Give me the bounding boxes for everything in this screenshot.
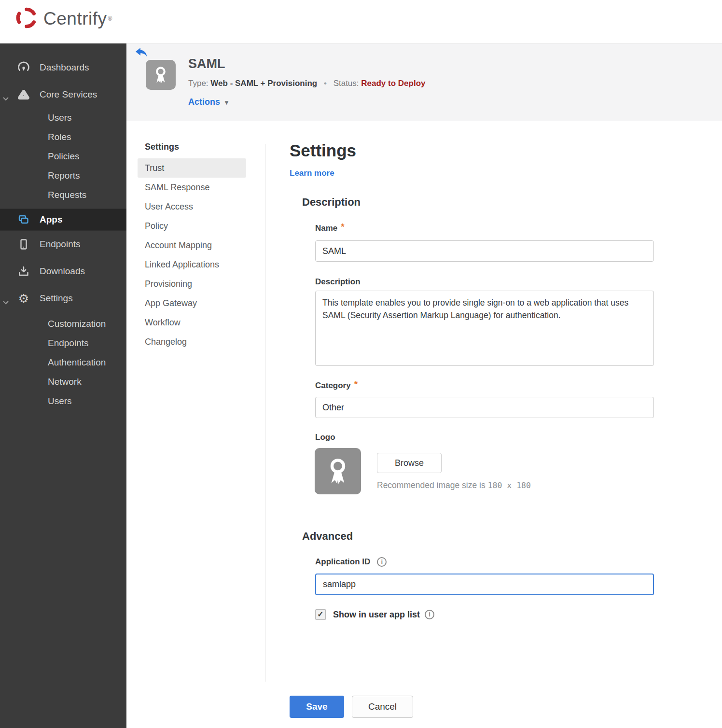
gear-icon: ⚙: [17, 292, 30, 305]
device-icon: [17, 238, 30, 251]
category-label: Category *: [315, 380, 358, 391]
type-label: Type:: [188, 79, 208, 88]
sidebar-item-users[interactable]: Users: [0, 108, 126, 127]
subnav-item-user-access[interactable]: User Access: [138, 197, 246, 216]
sidebar-item-network[interactable]: Network: [0, 372, 126, 392]
subnav-item-policy[interactable]: Policy: [138, 216, 246, 236]
chevron-down-icon: [3, 93, 9, 103]
sidebar-item-authentication[interactable]: Authentication: [0, 353, 126, 372]
brand-name: Centrify: [43, 9, 107, 29]
status-label: Status:: [333, 79, 359, 88]
category-input[interactable]: [315, 397, 654, 418]
app-meta: Type: Web - SAML + Provisioning • Status…: [188, 79, 425, 88]
page: Centrify ® Dashboards: [0, 0, 722, 728]
status-value: Ready to Deploy: [361, 79, 425, 88]
dot-separator: •: [324, 79, 327, 88]
back-arrow-icon[interactable]: [135, 47, 148, 58]
cancel-button[interactable]: Cancel: [352, 696, 413, 718]
caret-down-icon: ▼: [223, 99, 230, 106]
logo-preview: [315, 448, 361, 494]
description-section-heading: Description: [302, 196, 361, 209]
advanced-section-heading: Advanced: [302, 530, 353, 543]
subnav-item-provisioning[interactable]: Provisioning: [138, 274, 246, 294]
sidebar-item-requests[interactable]: Requests: [0, 185, 126, 205]
sidebar-item-dashboards[interactable]: Dashboards: [0, 54, 126, 81]
subnav-item-trust[interactable]: Trust: [138, 158, 246, 178]
subnav-item-changelog[interactable]: Changelog: [138, 332, 246, 351]
brand-trademark: ®: [108, 15, 112, 22]
name-input[interactable]: [315, 240, 654, 262]
recommended-size-text: Recommended image size is 180 x 180: [377, 480, 531, 490]
subnav-item-app-gateway[interactable]: App Gateway: [138, 294, 246, 313]
sidebar-item-policies[interactable]: Policies: [0, 147, 126, 166]
required-asterisk: *: [354, 379, 358, 390]
logo-label: Logo: [315, 433, 335, 442]
subnav-item-account-mapping[interactable]: Account Mapping: [138, 236, 246, 255]
network-icon: [17, 88, 30, 101]
sidebar-item-endpoints[interactable]: Endpoints: [0, 231, 126, 258]
info-icon[interactable]: i: [425, 610, 434, 619]
learn-more-link[interactable]: Learn more: [290, 168, 334, 178]
show-in-user-app-list-checkbox[interactable]: ✓: [315, 609, 326, 620]
required-asterisk: *: [341, 222, 344, 232]
sidebar-item-core-services[interactable]: Core Services: [0, 81, 126, 108]
sidebar: Dashboards Core Services Users Roles Pol…: [0, 43, 126, 728]
ribbon-icon: [321, 455, 354, 488]
browse-button[interactable]: Browse: [377, 453, 442, 473]
subnav-item-workflow[interactable]: Workflow: [138, 313, 246, 332]
actions-dropdown[interactable]: Actions▼: [188, 97, 230, 107]
gauge-icon: [17, 61, 30, 74]
apps-icon: [17, 213, 30, 226]
chevron-down-icon: [3, 296, 9, 307]
subnav: Trust SAML Response User Access Policy A…: [138, 158, 246, 351]
show-in-user-app-list-label: Show in user app list: [333, 610, 420, 620]
name-label: Name *: [315, 223, 345, 234]
sidebar-item-reports[interactable]: Reports: [0, 166, 126, 185]
sidebar-item-roles[interactable]: Roles: [0, 127, 126, 147]
info-icon[interactable]: i: [377, 557, 387, 567]
subnav-item-linked-applications[interactable]: Linked Applications: [138, 255, 246, 274]
description-textarea[interactable]: This template enables you to provide sin…: [315, 291, 654, 366]
centrify-logo: Centrify ®: [14, 6, 112, 32]
vertical-divider: [265, 144, 265, 682]
application-id-input[interactable]: [315, 574, 654, 595]
top-bar: Centrify ®: [0, 0, 722, 43]
subnav-header: Settings: [145, 142, 179, 152]
show-in-user-app-list-row: ✓ Show in user app list i: [315, 609, 434, 620]
sidebar-item-settings-users[interactable]: Users: [0, 392, 126, 411]
recommended-size-value: 180 x 180: [488, 481, 531, 490]
page-title: SAML: [188, 56, 225, 71]
subnav-item-saml-response[interactable]: SAML Response: [138, 178, 246, 197]
sidebar-item-settings[interactable]: ⚙ Settings: [0, 285, 126, 312]
sidebar-item-settings-endpoints[interactable]: Endpoints: [0, 334, 126, 353]
application-id-label: Application ID i: [315, 557, 387, 567]
sidebar-item-downloads[interactable]: Downloads: [0, 258, 126, 285]
sidebar-item-customization[interactable]: Customization: [0, 314, 126, 334]
ribbon-icon: [150, 64, 171, 85]
app-header: SAML Type: Web - SAML + Provisioning • S…: [126, 43, 722, 121]
settings-heading: Settings: [290, 141, 356, 160]
download-icon: [17, 265, 30, 278]
description-label: Description: [315, 277, 361, 287]
type-value: Web - SAML + Provisioning: [210, 79, 317, 88]
save-button[interactable]: Save: [290, 696, 344, 718]
app-logo-badge: [146, 60, 176, 90]
centrify-swirl-icon: [14, 6, 39, 32]
sidebar-item-apps[interactable]: Apps: [0, 209, 126, 231]
